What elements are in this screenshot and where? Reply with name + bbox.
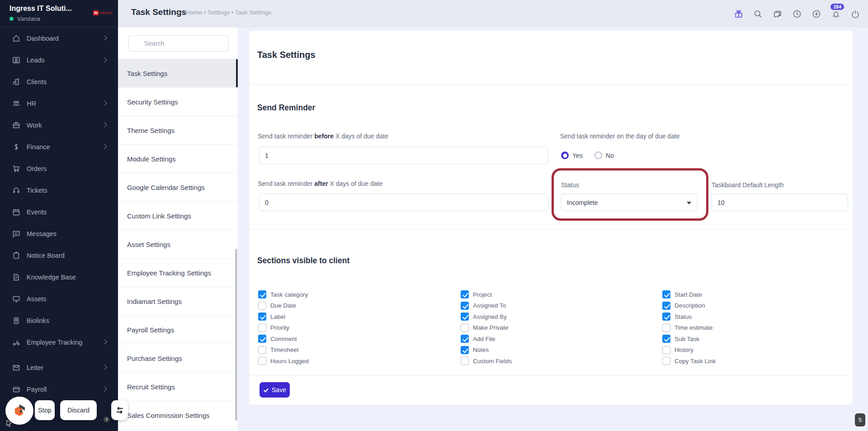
taskboard-length-input[interactable] [712, 194, 848, 211]
sidebar-item-events[interactable]: Events [0, 201, 118, 223]
gift-icon[interactable] [734, 9, 743, 19]
checkbox[interactable] [258, 346, 266, 354]
sidebar-item-finance[interactable]: Finance [0, 136, 118, 158]
status-select[interactable]: Incomplete [561, 194, 698, 211]
settings-nav-item-indiamart[interactable]: Indiamart Settings [118, 287, 238, 316]
sidebar-item-biolinks[interactable]: Biolinks [0, 310, 118, 332]
settings-nav-scrollbar[interactable] [235, 249, 237, 421]
monitor-icon [12, 294, 21, 303]
checkbox[interactable] [461, 302, 469, 310]
checkbox-row[interactable]: Start Date [662, 289, 716, 300]
bell-icon[interactable] [831, 9, 840, 19]
checkbox-row[interactable]: Assigned To [461, 300, 512, 312]
checkbox[interactable] [258, 302, 266, 310]
checkbox[interactable] [662, 357, 670, 365]
envelope-icon [12, 363, 21, 372]
settings-nav-item-task[interactable]: Task Settings [118, 59, 238, 88]
clock-icon[interactable] [793, 9, 802, 19]
checkbox[interactable] [258, 313, 266, 321]
building-icon [12, 77, 21, 86]
checkbox-row[interactable]: History [662, 345, 716, 356]
sidebar-item-orders[interactable]: Orders [0, 158, 118, 180]
help-badge[interactable]: ? [104, 417, 109, 422]
checkbox[interactable] [662, 324, 670, 332]
checkbox-row[interactable]: Status [662, 311, 716, 322]
checkbox[interactable] [461, 357, 469, 365]
sidebar-item-clients[interactable]: Clients [0, 71, 118, 93]
sidebar-item-employee-tracking[interactable]: Employee Tracking [0, 332, 118, 353]
checkbox[interactable] [461, 290, 469, 298]
checkbox[interactable] [461, 346, 469, 354]
settings-nav-item-sales-commission[interactable]: Sales Commission Settings [118, 401, 238, 430]
sidebar-nav: Dashboard Leads Clients HR Work Finance [0, 28, 118, 400]
checkbox[interactable] [258, 324, 266, 332]
reminder-before-input[interactable] [259, 147, 548, 164]
save-button[interactable]: Save [259, 382, 290, 398]
checkbox-row[interactable]: Due Date [258, 300, 309, 312]
checkbox[interactable] [662, 290, 670, 298]
workspace-block[interactable]: Ingress IT Soluti... Vandana IN GRESS [0, 0, 118, 28]
sidebar-item-messages[interactable]: Messages [0, 223, 118, 245]
checkbox-row[interactable]: Description [662, 300, 716, 312]
checkbox[interactable] [258, 335, 266, 343]
settings-nav-item-recruit[interactable]: Recruit Settings [118, 373, 238, 401]
checkbox-row[interactable]: Notes [461, 345, 512, 356]
add-icon[interactable] [812, 9, 821, 19]
settings-nav-item-purchase[interactable]: Purchase Settings [118, 344, 238, 373]
power-icon[interactable] [851, 9, 860, 19]
checkbox-row[interactable]: Timesheet [258, 345, 309, 356]
checkbox-row[interactable]: Hours Logged [258, 355, 309, 367]
checkbox[interactable] [662, 335, 670, 343]
checkbox[interactable] [258, 290, 266, 298]
sticky-notes-icon[interactable] [773, 9, 782, 19]
checkbox-row[interactable]: Assigned By [461, 311, 512, 322]
radio-no[interactable] [594, 152, 602, 159]
chevron-right-icon [102, 57, 107, 62]
collapse-panel-button[interactable] [111, 400, 128, 420]
sidebar-item-letter[interactable]: Letter [0, 357, 118, 379]
checkbox-row[interactable]: Make Private [461, 322, 512, 334]
reminder-after-input[interactable] [259, 194, 548, 211]
stop-button[interactable]: Stop [35, 400, 55, 420]
breadcrumb[interactable]: Home • Settings • Task Settings [186, 9, 271, 16]
checkbox-row[interactable]: Priority [258, 322, 309, 334]
search-icon[interactable] [754, 9, 763, 19]
sidebar-item-leads[interactable]: Leads [0, 49, 118, 71]
checkbox-row[interactable]: Label [258, 311, 309, 322]
sidebar-item-dashboard[interactable]: Dashboard [0, 28, 118, 49]
settings-nav-item-custom-link[interactable]: Custom Link Settings [118, 202, 238, 230]
settings-search-input[interactable] [128, 35, 229, 52]
checkbox-row[interactable]: Task category [258, 289, 309, 300]
checkbox-row[interactable]: Add File [461, 333, 512, 345]
checkbox[interactable] [461, 313, 469, 321]
sidebar-item-work[interactable]: Work [0, 114, 118, 136]
radio-option-no[interactable]: No [594, 152, 614, 159]
checkbox-row[interactable]: Copy Task Link [662, 355, 716, 367]
checkbox-row[interactable]: Comment [258, 333, 309, 345]
radio-option-yes[interactable]: Yes [561, 152, 583, 159]
checkbox-row[interactable]: Project [461, 289, 512, 300]
radio-yes[interactable] [561, 152, 569, 159]
sidebar-item-notice-board[interactable]: Notice Board [0, 245, 118, 266]
sidebar-item-knowledge-base[interactable]: Knowledge Base [0, 266, 118, 288]
discard-button[interactable]: Discard [60, 400, 97, 420]
checkbox-row[interactable]: Sub Task [662, 333, 716, 345]
settings-nav-item-asset[interactable]: Asset Settings [118, 230, 238, 259]
settings-nav-item-module[interactable]: Module Settings [118, 145, 238, 173]
checkbox[interactable] [461, 335, 469, 343]
checkbox[interactable] [662, 302, 670, 310]
settings-nav-item-theme[interactable]: Theme Settings [118, 116, 238, 145]
checkbox[interactable] [258, 357, 266, 365]
settings-nav-item-google-calendar[interactable]: Google Calendar Settings [118, 173, 238, 202]
settings-nav-item-employee-tracking[interactable]: Employee Tracking Settings [118, 259, 238, 287]
sidebar-item-assets[interactable]: Assets [0, 288, 118, 310]
settings-nav-item-security[interactable]: Security Settings [118, 88, 238, 116]
checkbox-row[interactable]: Time estimate [662, 322, 716, 334]
checkbox-row[interactable]: Custom Fields [461, 355, 512, 367]
checkbox[interactable] [461, 324, 469, 332]
sidebar-item-hr[interactable]: HR [0, 93, 118, 114]
settings-nav-item-payroll[interactable]: Payroll Settings [118, 316, 238, 344]
checkbox[interactable] [662, 313, 670, 321]
sidebar-item-tickets[interactable]: Tickets [0, 180, 118, 201]
checkbox[interactable] [662, 346, 670, 354]
